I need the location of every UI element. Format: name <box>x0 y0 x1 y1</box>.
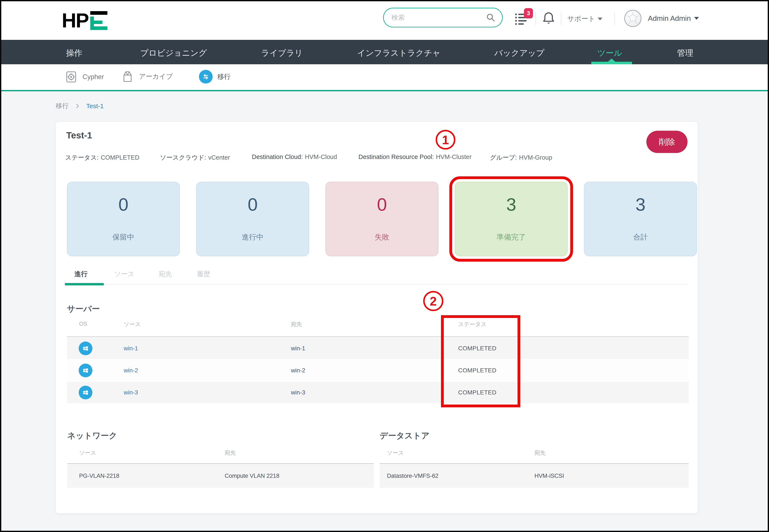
search-input[interactable] <box>392 14 486 21</box>
hpe-logo[interactable]: HP <box>62 11 107 30</box>
nav-item-infrastructure[interactable]: インフラストラクチャ <box>357 48 441 58</box>
datastore-destination: HVM-iSCSI <box>535 473 564 479</box>
app-window: HP 3 <box>0 0 769 532</box>
chevron-right-icon <box>74 103 81 109</box>
nav-item-backups[interactable]: バックアップ <box>494 48 544 58</box>
migration-transfer-icon <box>199 70 213 84</box>
subnav-item-migrations[interactable]: 移行 <box>199 70 231 84</box>
search-icon <box>486 13 496 22</box>
network-row: PG-VLAN-2218 Compute VLAN 2218 <box>67 464 374 488</box>
networks-col-destination: 宛先 <box>225 449 236 457</box>
meta-destination-cloud: Destination Cloud:HVM-Cloud <box>252 153 337 160</box>
networks-col-source: ソース <box>79 449 96 457</box>
active-nav-indicator <box>591 62 632 64</box>
tab-destination[interactable]: 宛先 <box>159 270 172 279</box>
server-row: win-1 win-1 COMPLETED <box>67 338 689 359</box>
divider <box>536 12 536 25</box>
subnav-item-cypher[interactable]: Cypher <box>65 70 104 84</box>
avatar[interactable] <box>624 10 641 27</box>
servers-col-source: ソース <box>124 321 141 328</box>
divider <box>561 12 561 25</box>
subnav-label-migrations: 移行 <box>217 72 231 81</box>
hpe-logo-e-glyph <box>90 11 107 30</box>
servers-col-status: ステータス <box>458 321 487 328</box>
divider <box>614 12 615 25</box>
chevron-down-icon <box>598 18 602 20</box>
hpe-logo-text: HP <box>62 11 89 30</box>
stat-tile-failed: 0失敗 <box>325 182 439 256</box>
safe-icon <box>65 70 78 84</box>
migration-detail-card: Test-1 削除 1 ステータス:COMPLETED ソースクラウド:vCen… <box>55 121 698 514</box>
network-source: PG-VLAN-2218 <box>79 473 119 479</box>
activity-log-icon[interactable]: 3 <box>514 11 530 27</box>
network-destination: Compute VLAN 2218 <box>225 473 279 479</box>
servers-heading: サーバー <box>67 303 100 314</box>
user-menu[interactable]: Admin Admin <box>648 14 699 22</box>
subnav-label-archives: アーカイブ <box>139 72 173 81</box>
annotation-circle-2: 2 <box>423 291 443 311</box>
server-status: COMPLETED <box>458 345 497 352</box>
archive-box-icon <box>121 70 134 83</box>
server-destination: win-3 <box>291 389 305 396</box>
meta-destination-resource-pool: Destination Resource Pool:HVM-Cluster <box>358 153 472 160</box>
datastore-source: Datastore-VMFS-62 <box>387 473 439 479</box>
nav-item-tools[interactable]: ツール <box>597 48 622 58</box>
search-box[interactable] <box>383 8 503 27</box>
page-title: Test-1 <box>66 130 92 141</box>
active-tab-indicator <box>65 283 104 285</box>
breadcrumb-migrations-link[interactable]: 移行 <box>56 102 69 110</box>
support-menu[interactable]: サポート <box>567 14 602 24</box>
meta-source-cloud: ソースクラウド:vCenter <box>160 153 230 162</box>
nav-item-provisioning[interactable]: プロビジョニング <box>140 48 207 58</box>
breadcrumb-current[interactable]: Test-1 <box>86 102 104 110</box>
stat-tile-pending: 0保留中 <box>67 182 180 256</box>
server-source-link[interactable]: win-3 <box>124 389 138 396</box>
servers-col-destination: 宛先 <box>291 321 302 328</box>
top-bar: HP 3 <box>1 1 768 40</box>
notifications-badge: 3 <box>524 8 533 18</box>
server-destination: win-1 <box>291 345 305 352</box>
tools-subnav: Cypher アーカイブ 移行 <box>1 64 768 91</box>
windows-os-icon <box>79 386 92 399</box>
server-source-link[interactable]: win-2 <box>124 367 138 374</box>
stat-tile-ready: 3準備完了 <box>455 182 568 256</box>
main-nav: 操作 プロビジョニング ライブラリ インフラストラクチャ バックアップ ツール … <box>1 40 768 64</box>
annotation-circle-1: 1 <box>436 130 455 150</box>
nav-item-library[interactable]: ライブラリ <box>261 48 303 58</box>
tab-progress[interactable]: 進行 <box>74 270 88 279</box>
stat-tile-total: 3合計 <box>584 182 697 256</box>
user-name: Admin Admin <box>648 14 691 22</box>
subnav-item-archives[interactable]: アーカイブ <box>121 70 173 83</box>
server-row: win-2 win-2 COMPLETED <box>67 360 689 381</box>
tab-divider <box>65 284 688 285</box>
windows-os-icon <box>79 342 92 355</box>
datastores-col-destination: 宛先 <box>535 449 546 457</box>
nav-item-operations[interactable]: 操作 <box>66 48 82 58</box>
tab-source[interactable]: ソース <box>114 270 134 279</box>
server-source-link[interactable]: win-1 <box>124 345 138 352</box>
migration-meta: ステータス:COMPLETED ソースクラウド:vCenter Destinat… <box>56 153 698 162</box>
datastores-heading: データストア <box>380 430 430 441</box>
windows-os-icon <box>79 364 92 377</box>
delete-button[interactable]: 削除 <box>646 131 688 153</box>
server-status: COMPLETED <box>458 367 497 374</box>
bell-icon[interactable] <box>541 10 556 27</box>
meta-status: ステータス:COMPLETED <box>65 153 139 162</box>
table-header-divider <box>67 336 689 337</box>
breadcrumb: 移行 Test-1 <box>56 102 104 110</box>
datastores-col-source: ソース <box>387 449 404 457</box>
networks-heading: ネットワーク <box>67 430 117 441</box>
server-destination: win-2 <box>291 367 305 374</box>
servers-col-os: OS <box>79 321 87 327</box>
subnav-label-cypher: Cypher <box>83 73 104 81</box>
nav-item-administration[interactable]: 管理 <box>677 48 693 58</box>
datastore-row: Datastore-VMFS-62 HVM-iSCSI <box>380 464 689 488</box>
meta-group: グループ:HVM-Group <box>490 153 552 162</box>
server-status: COMPLETED <box>458 389 497 396</box>
support-label: サポート <box>567 14 595 24</box>
chevron-down-icon <box>694 17 699 20</box>
page-content: 移行 Test-1 Test-1 削除 1 ステータス:COMPLETED ソー… <box>1 91 768 531</box>
tab-history[interactable]: 履歴 <box>197 270 210 279</box>
stat-tile-in-progress: 0進行中 <box>196 182 309 256</box>
server-row: win-3 win-3 COMPLETED <box>67 382 689 403</box>
